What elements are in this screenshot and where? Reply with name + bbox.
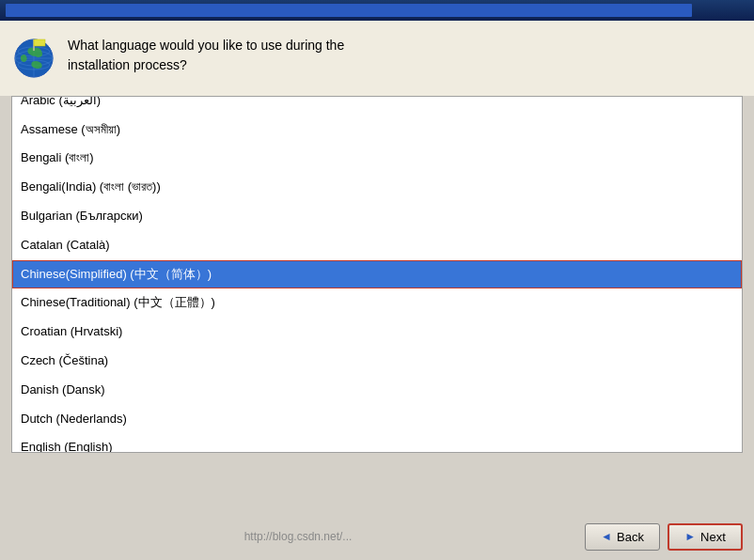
language-item-7[interactable]: Chinese(Simplified) (中文（简体）): [12, 260, 742, 289]
language-list[interactable]: Afrikaans (Afrikaans)Arabic (العربية)Ass…: [11, 96, 743, 453]
globe-icon: [11, 36, 56, 81]
next-arrow-icon: ►: [684, 530, 696, 543]
header-question: What language would you like to use duri…: [68, 36, 344, 75]
language-item-6[interactable]: Catalan (Català): [12, 231, 742, 260]
footer-url: http://blog.csdn.net/...: [11, 530, 585, 543]
back-label: Back: [617, 530, 644, 544]
language-item-8[interactable]: Chinese(Traditional) (中文（正體）): [12, 288, 742, 318]
next-label: Next: [700, 530, 726, 544]
language-item-11[interactable]: Danish (Dansk): [12, 376, 742, 405]
language-item-9[interactable]: Croatian (Hrvatski): [12, 318, 742, 347]
svg-rect-8: [34, 39, 45, 46]
title-bar: [0, 0, 754, 21]
back-arrow-icon: ◄: [601, 530, 612, 543]
header-section: What language would you like to use duri…: [0, 21, 754, 96]
language-item-3[interactable]: Bengali (বাংলা): [12, 144, 742, 173]
footer-section: http://blog.csdn.net/... ◄ Back ► Next: [0, 513, 754, 560]
language-item-12[interactable]: Dutch (Nederlands): [12, 405, 742, 434]
next-button[interactable]: ► Next: [668, 523, 743, 551]
back-button[interactable]: ◄ Back: [585, 523, 660, 551]
language-item-10[interactable]: Czech (Čeština): [12, 347, 742, 376]
progress-bar: [6, 4, 692, 17]
language-item-4[interactable]: Bengali(India) (বাংলা (ভারত)): [12, 173, 742, 202]
language-item-1[interactable]: Arabic (العربية): [12, 96, 742, 116]
language-item-2[interactable]: Assamese (অসমীয়া): [12, 116, 742, 145]
language-item-13[interactable]: English (English): [12, 433, 742, 453]
language-item-5[interactable]: Bulgarian (Български): [12, 202, 742, 231]
footer-buttons: ◄ Back ► Next: [585, 523, 743, 551]
